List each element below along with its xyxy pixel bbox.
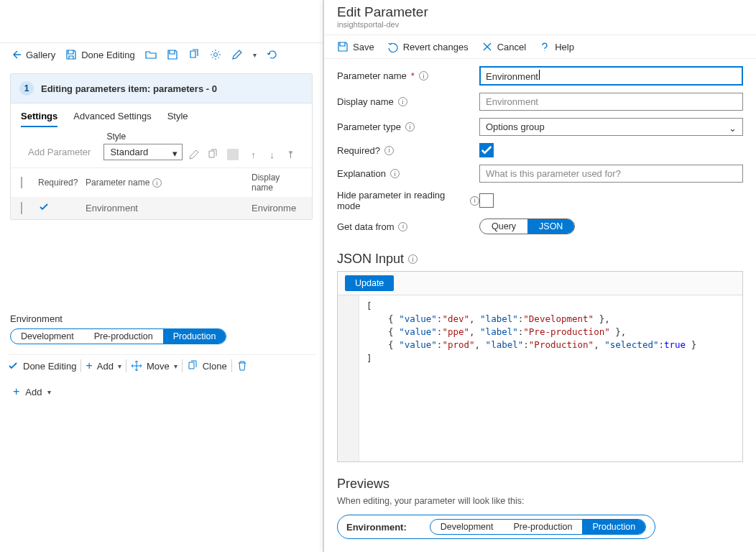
style-select[interactable]: Standard ▾ xyxy=(103,144,183,160)
env-options-group: Development Pre-production Production xyxy=(10,328,226,344)
row-param-name: Environment xyxy=(86,203,247,213)
col-display-name: Display name xyxy=(252,172,302,193)
done-editing-button[interactable]: Done Editing xyxy=(7,360,76,372)
check-icon xyxy=(38,201,50,213)
row-display-name: Environme xyxy=(252,203,302,213)
row-checkbox[interactable] xyxy=(21,202,22,214)
required-checkbox[interactable] xyxy=(479,143,494,157)
code-gutter xyxy=(338,295,359,461)
cancel-button[interactable]: Cancel xyxy=(481,41,526,52)
step-badge: 1 xyxy=(19,81,34,96)
preview-label: Environment: xyxy=(346,522,407,533)
ptype-label: Parameter type xyxy=(337,121,401,132)
parameter-type-select[interactable]: Options group⌄ xyxy=(479,118,743,136)
plus-icon: + xyxy=(86,359,92,372)
info-icon: i xyxy=(470,196,479,206)
chevron-down-icon: ▾ xyxy=(172,148,178,159)
tab-settings[interactable]: Settings xyxy=(21,111,57,127)
col-required: Required? xyxy=(38,178,81,188)
explanation-input[interactable]: What is this parameter used for? xyxy=(479,165,743,183)
gear-icon[interactable] xyxy=(210,49,221,60)
clone-button[interactable]: Clone xyxy=(187,360,227,372)
preview-opt-development[interactable]: Development xyxy=(430,520,504,534)
check-icon xyxy=(7,360,19,372)
select-all-checkbox[interactable] xyxy=(21,177,22,188)
env-option-development[interactable]: Development xyxy=(11,329,84,344)
info-icon: i xyxy=(152,178,162,188)
info-icon: i xyxy=(405,122,415,132)
add-footer-label: Add xyxy=(25,387,42,397)
main-toolbar: Gallery Done Editing ▾ xyxy=(0,43,323,66)
info-icon: i xyxy=(419,71,428,80)
copy-icon xyxy=(187,360,198,372)
done-editing-label: Done Editing xyxy=(81,50,134,60)
table-row[interactable]: Environment Environme xyxy=(11,197,312,219)
add-button[interactable]: + Add ▾ xyxy=(86,359,121,372)
info-icon: i xyxy=(398,222,407,231)
preview-chip: Environment: Development Pre-production … xyxy=(337,515,655,539)
copy-icon[interactable] xyxy=(188,49,200,60)
panel-title: Edit Parameter xyxy=(337,4,743,20)
add-parameter-button[interactable]: Add Parameter xyxy=(21,144,98,160)
plus-icon: + xyxy=(13,385,19,398)
display-name-input[interactable]: Environment xyxy=(479,93,743,111)
chevron-down-icon: ▾ xyxy=(118,362,121,370)
arrow-up-bar-icon[interactable]: ⤒ xyxy=(285,149,296,160)
done-editing-button[interactable]: Done Editing xyxy=(65,49,134,60)
refresh-icon[interactable] xyxy=(267,49,278,60)
trash-icon[interactable] xyxy=(236,360,248,372)
getdata-label: Get data from xyxy=(337,221,394,232)
revert-button[interactable]: Revert changes xyxy=(387,41,469,52)
data-source-toggle: Query JSON xyxy=(479,218,575,234)
tab-advanced[interactable]: Advanced Settings xyxy=(73,111,151,127)
open-icon[interactable] xyxy=(145,49,157,60)
update-button[interactable]: Update xyxy=(345,275,394,291)
done-label: Done Editing xyxy=(23,361,76,372)
info-icon: i xyxy=(384,146,394,155)
separator xyxy=(227,149,239,160)
move-button[interactable]: Move ▾ xyxy=(131,360,178,372)
explain-label: Explanation xyxy=(337,168,386,179)
save-button[interactable]: Save xyxy=(337,41,374,52)
arrow-up-icon[interactable]: ↑ xyxy=(247,149,259,160)
edit-icon[interactable] xyxy=(188,149,200,160)
parameter-name-input[interactable]: Environment xyxy=(479,66,743,86)
arrow-down-icon[interactable]: ↓ xyxy=(266,149,277,160)
move-label: Move xyxy=(147,361,170,372)
chevron-down-icon: ▾ xyxy=(174,362,178,370)
tab-style[interactable]: Style xyxy=(167,111,188,127)
save-label: Save xyxy=(353,42,374,52)
json-title: JSON Input xyxy=(337,252,404,267)
clone-label: Clone xyxy=(203,361,227,372)
env-option-production[interactable]: Production xyxy=(163,329,226,344)
chevron-down-icon[interactable]: ▾ xyxy=(253,51,257,59)
save-icon xyxy=(65,49,77,60)
pencil-icon[interactable] xyxy=(231,49,243,60)
info-icon: i xyxy=(408,254,418,264)
json-editor[interactable]: [ { "value":"dev", "label":"Development"… xyxy=(359,295,742,461)
env-label: Environment xyxy=(10,313,313,324)
gallery-button[interactable]: Gallery xyxy=(10,49,55,60)
copy-icon[interactable] xyxy=(207,149,218,160)
arrow-left-icon xyxy=(10,49,22,60)
help-button[interactable]: Help xyxy=(539,41,574,52)
env-option-preproduction[interactable]: Pre-production xyxy=(84,329,163,344)
add-step-button[interactable]: + Add ▾ xyxy=(0,378,323,405)
save-icon xyxy=(337,41,349,52)
col-param-name: Parameter name xyxy=(86,178,149,188)
hide-checkbox[interactable] xyxy=(479,193,494,208)
help-label: Help xyxy=(555,42,574,52)
previews-title: Previews xyxy=(337,477,743,492)
info-icon: i xyxy=(390,169,400,178)
seg-query[interactable]: Query xyxy=(480,219,527,234)
chevron-down-icon: ⌄ xyxy=(729,123,737,134)
style-label: Style xyxy=(106,132,183,142)
preview-opt-preproduction[interactable]: Pre-production xyxy=(503,520,582,534)
move-icon xyxy=(131,360,142,372)
required-label: Required? xyxy=(337,145,380,156)
gallery-label: Gallery xyxy=(26,50,55,60)
style-select-value: Standard xyxy=(110,147,148,157)
preview-opt-production[interactable]: Production xyxy=(582,520,645,534)
seg-json[interactable]: JSON xyxy=(527,219,574,234)
save-disk-icon[interactable] xyxy=(167,49,178,60)
